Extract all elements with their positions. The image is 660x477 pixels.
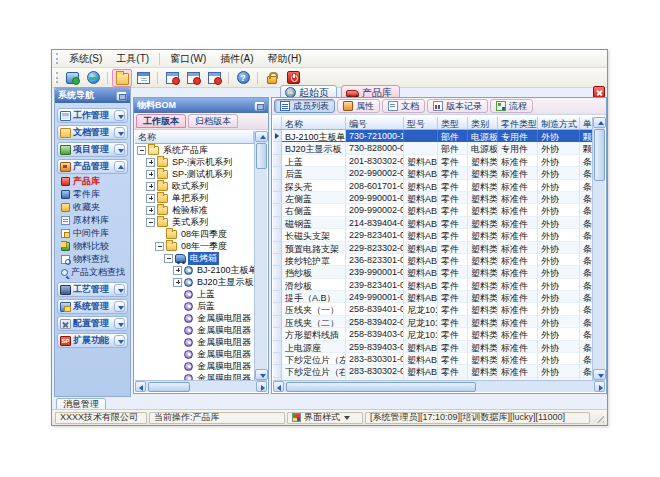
table-cell[interactable]: 外协 — [538, 254, 580, 266]
table-cell[interactable]: 零件 — [438, 204, 468, 216]
menu-item[interactable]: 工具(T) — [109, 50, 156, 68]
table-row[interactable]: 滑纱板239-823401-00X塑料ABS零件塑料类标准件外协条 — [273, 279, 592, 291]
row-selector-gutter[interactable] — [273, 155, 282, 167]
tab-版本记录[interactable]: 版本记录 — [427, 99, 488, 113]
table-cell[interactable]: 外协 — [538, 192, 580, 204]
table-cell[interactable]: 202-990002-01X — [346, 167, 404, 179]
scroll-left-icon[interactable] — [135, 381, 146, 392]
table-cell[interactable]: 条 — [580, 254, 592, 266]
table-row[interactable]: 压线夹（一）258-839401-00X尼龙1010零件塑料类标准件外协条 — [273, 303, 592, 315]
scroll-down-icon[interactable] — [255, 369, 268, 380]
table-cell[interactable]: 下纱定位片（左） — [282, 353, 346, 365]
table-cell[interactable]: 零件 — [438, 155, 468, 167]
table-cell[interactable]: 239-823401-00X — [346, 279, 404, 291]
tab-文档[interactable]: 文档 — [382, 99, 425, 113]
sidebar-item-物料查找[interactable]: 物料查找 — [61, 253, 128, 266]
table-cell[interactable]: 730-828000-04X — [346, 142, 404, 154]
column-header-零件类型[interactable]: 零件类型 — [498, 117, 538, 130]
row-selector-gutter[interactable] — [273, 142, 282, 154]
expand-icon[interactable] — [146, 206, 155, 215]
table-cell[interactable]: 条 — [580, 242, 592, 254]
globe-button[interactable] — [83, 69, 103, 87]
row-selector-gutter[interactable] — [273, 254, 282, 266]
scroll-up-icon[interactable] — [255, 131, 268, 142]
table-cell[interactable]: 条 — [580, 167, 592, 179]
menu-item[interactable]: 系统(S) — [62, 50, 109, 68]
collapse-icon[interactable] — [164, 254, 173, 263]
table-hscroll-thumb[interactable] — [286, 382, 476, 392]
table-cell[interactable]: 条 — [580, 341, 592, 353]
table-horizontal-scrollbar[interactable] — [273, 380, 605, 392]
table-row[interactable]: 提手（A.B）249-990001-01X塑料ABS零件塑料类标准件外协条 — [273, 291, 592, 303]
row-selector-gutter[interactable] — [273, 167, 282, 179]
table-cell[interactable]: 标准件 — [498, 167, 538, 179]
table-cell[interactable]: 外协 — [538, 155, 580, 167]
table-cell[interactable]: 塑料类 — [468, 204, 498, 216]
expand-icon[interactable] — [146, 194, 155, 203]
table-cell[interactable]: 标准件 — [498, 229, 538, 241]
collapse-icon[interactable] — [155, 242, 164, 251]
table-cell[interactable]: 塑料类 — [468, 328, 498, 340]
sidebar-item-原材料库[interactable]: 原材料库 — [61, 214, 128, 227]
table-cell[interactable]: 塑料类 — [468, 341, 498, 353]
chevron-down-icon[interactable] — [114, 284, 125, 295]
table-cell[interactable]: 条 — [580, 303, 592, 315]
tree-item[interactable]: 后盖 — [135, 300, 254, 312]
table-cell[interactable]: 零件 — [438, 217, 468, 229]
table-cell[interactable]: 部件 — [438, 130, 468, 142]
table-row[interactable]: 接纱轮护罩236-823301-00X塑料ABS零件塑料类标准件外协条 — [273, 254, 592, 266]
table-cell[interactable]: 条 — [580, 353, 592, 365]
table-cell[interactable]: 尼龙1010 — [404, 303, 438, 315]
sidebar-item-中间件库[interactable]: 中间件库 — [61, 227, 128, 240]
table-cell[interactable]: 零件 — [438, 291, 468, 303]
tab-归档版本[interactable]: 归档版本 — [188, 114, 238, 128]
tree-item[interactable]: 金属膜电阻器 — [135, 336, 254, 348]
table-row[interactable]: BJ20主显示板730-828000-04X部件电源板专用件外协颗 — [273, 142, 592, 154]
table-cell[interactable]: 部件 — [438, 142, 468, 154]
table-cell[interactable]: 条 — [580, 266, 592, 278]
table-cell[interactable]: 229-823302-00X — [346, 242, 404, 254]
row-selector-gutter[interactable] — [273, 180, 282, 192]
table-cell[interactable]: 塑料ABS — [404, 254, 438, 266]
row-selector-gutter[interactable] — [273, 316, 282, 328]
tree-item[interactable]: 单把系列 — [135, 192, 254, 204]
table-cell[interactable]: 塑料类 — [468, 353, 498, 365]
table-cell[interactable]: 塑料ABS — [404, 353, 438, 365]
table-cell[interactable]: 标准件 — [498, 180, 538, 192]
table-cell[interactable]: 颗 — [580, 130, 592, 142]
column-header-型号[interactable]: 型号 — [404, 117, 438, 130]
table-cell[interactable]: 零件 — [438, 242, 468, 254]
window-badge-2-button[interactable] — [183, 69, 203, 87]
resize-grip[interactable] — [594, 413, 604, 423]
tree-item[interactable]: SP-演示机系列 — [135, 156, 254, 168]
table-row[interactable]: 方形塑料线插258-839403-00X尼龙1010零件塑料类标准件外协条 — [273, 328, 592, 340]
scroll-left-icon[interactable] — [273, 381, 284, 392]
table-cell[interactable]: 压线夹（二） — [282, 316, 346, 328]
table-cell[interactable]: BJ-2100主板单点 — [282, 130, 346, 142]
table-cell[interactable]: 标准件 — [498, 254, 538, 266]
table-cell[interactable]: 下纱定位片（右） — [282, 365, 346, 377]
table-row[interactable]: 下纱定位片（右）283-830302-00X塑料ABS零件塑料类标准件外协条 — [273, 365, 592, 377]
table-cell[interactable]: 229-823401-00X — [346, 229, 404, 241]
table-cell[interactable]: 条 — [580, 217, 592, 229]
table-row[interactable]: 长磁头支架229-823401-00X塑料ABS零件塑料类标准件外协条 — [273, 229, 592, 241]
row-selector-gutter[interactable] — [273, 204, 282, 216]
table-cell[interactable]: 零件 — [438, 341, 468, 353]
table-cell[interactable]: 塑料ABS — [404, 204, 438, 216]
sidebar-group-文档管理[interactable]: 文档管理 — [57, 125, 128, 140]
table-cell[interactable]: 标准件 — [498, 291, 538, 303]
bom-panel-pin-icon[interactable] — [254, 101, 265, 111]
table-cell[interactable]: 左侧盖 — [282, 192, 346, 204]
table-cell[interactable]: 零件 — [438, 266, 468, 278]
table-cell[interactable]: 塑料类 — [468, 192, 498, 204]
table-cell[interactable]: 塑料类 — [468, 365, 498, 377]
tree-item[interactable]: 电烤箱 — [135, 252, 254, 264]
expand-icon[interactable] — [173, 266, 182, 275]
table-cell[interactable] — [404, 130, 438, 142]
tree-horizontal-scrollbar[interactable] — [135, 380, 267, 392]
table-row[interactable]: 压线夹（二）258-839402-00X尼龙1010零件塑料类标准件外协条 — [273, 316, 592, 328]
table-cell[interactable]: 塑料类 — [468, 167, 498, 179]
table-cell[interactable]: 258-839402-00X — [346, 316, 404, 328]
collapse-icon[interactable] — [137, 146, 146, 155]
sidebar-item-产品库[interactable]: 产品库 — [61, 175, 128, 188]
